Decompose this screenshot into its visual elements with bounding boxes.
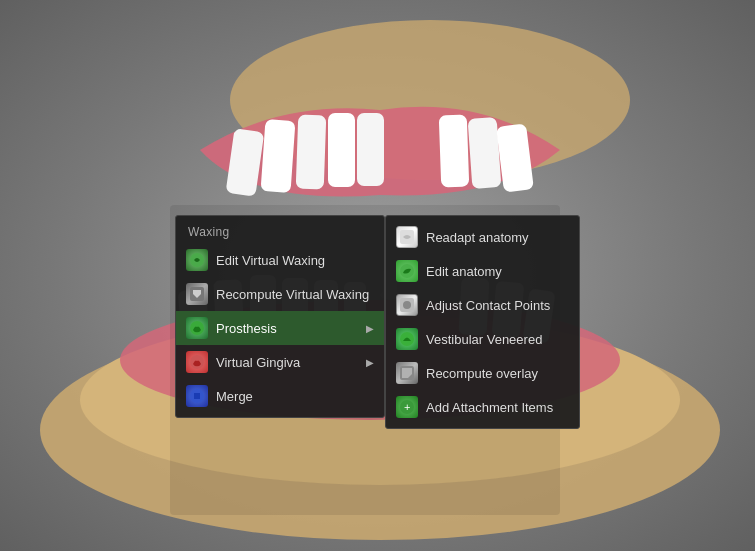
virtual-gingiva-label: Virtual Gingiva xyxy=(216,355,300,370)
menu-item-prosthesis[interactable]: Prosthesis ▶ xyxy=(176,311,384,345)
edit-anatomy-label: Edit anatomy xyxy=(426,264,502,279)
menu-item-merge[interactable]: Merge xyxy=(176,379,384,413)
merge-icon xyxy=(186,385,208,407)
readapt-icon xyxy=(396,226,418,248)
svg-rect-15 xyxy=(296,115,327,190)
menu-item-recompute-virtual-waxing[interactable]: Recompute Virtual Waxing xyxy=(176,277,384,311)
recompute-overlay-icon xyxy=(396,362,418,384)
adjust-contact-points-label: Adjust Contact Points xyxy=(426,298,550,313)
virtual-gingiva-icon xyxy=(186,351,208,373)
prosthesis-label: Prosthesis xyxy=(216,321,277,336)
svg-rect-16 xyxy=(328,113,355,187)
recompute-overlay-label: Recompute overlay xyxy=(426,366,538,381)
menu-item-edit-virtual-waxing[interactable]: Edit Virtual Waxing xyxy=(176,243,384,277)
menu-item-virtual-gingiva[interactable]: Virtual Gingiva ▶ xyxy=(176,345,384,379)
menu-item-recompute-overlay[interactable]: Recompute overlay xyxy=(386,356,579,390)
readapt-anatomy-label: Readapt anatomy xyxy=(426,230,529,245)
svg-rect-14 xyxy=(261,119,296,193)
menu-item-vestibular-veneered[interactable]: Vestibular Veneered xyxy=(386,322,579,356)
waxing-menu: Waxing Edit Virtual Waxing Recompute Vir… xyxy=(175,215,385,418)
svg-rect-18 xyxy=(439,115,469,188)
context-menu-container: Waxing Edit Virtual Waxing Recompute Vir… xyxy=(175,215,580,429)
recompute-waxing-icon xyxy=(186,283,208,305)
edit-anatomy-icon xyxy=(396,260,418,282)
edit-virtual-waxing-label: Edit Virtual Waxing xyxy=(216,253,325,268)
svg-rect-17 xyxy=(357,113,384,186)
vestibular-icon xyxy=(396,328,418,350)
menu-item-edit-anatomy[interactable]: Edit anatomy xyxy=(386,254,579,288)
menu-item-readapt-anatomy[interactable]: Readapt anatomy xyxy=(386,220,579,254)
recompute-virtual-waxing-label: Recompute Virtual Waxing xyxy=(216,287,369,302)
waxing-section-label: Waxing xyxy=(176,220,384,243)
edit-waxing-icon xyxy=(186,249,208,271)
virtual-gingiva-chevron-icon: ▶ xyxy=(366,357,374,368)
svg-text:+: + xyxy=(404,401,410,413)
svg-rect-19 xyxy=(468,117,502,189)
add-attachment-items-label: Add Attachment Items xyxy=(426,400,553,415)
menu-item-adjust-contact-points[interactable]: Adjust Contact Points xyxy=(386,288,579,322)
prosthesis-submenu: Readapt anatomy Edit anatomy Adjust Cont… xyxy=(385,215,580,429)
add-attachment-icon: + xyxy=(396,396,418,418)
svg-point-32 xyxy=(403,301,411,309)
vestibular-veneered-label: Vestibular Veneered xyxy=(426,332,542,347)
prosthesis-chevron-icon: ▶ xyxy=(366,323,374,334)
adjust-contact-icon xyxy=(396,294,418,316)
menu-item-add-attachment-items[interactable]: + Add Attachment Items xyxy=(386,390,579,424)
merge-label: Merge xyxy=(216,389,253,404)
prosthesis-icon xyxy=(186,317,208,339)
